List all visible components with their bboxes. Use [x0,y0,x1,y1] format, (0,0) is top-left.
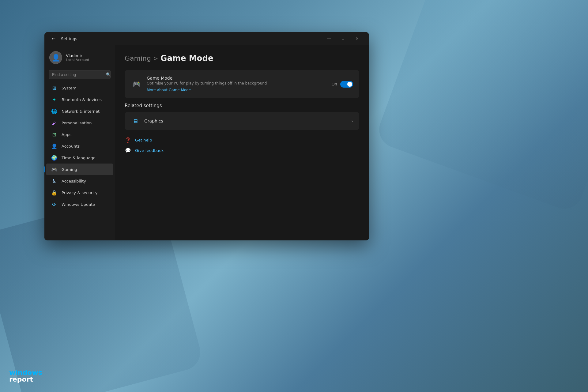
game-mode-description: Optimise your PC for play by turning thi… [147,81,327,85]
related-settings-title: Related settings [125,103,359,108]
sidebar-item-update[interactable]: ⟳ Windows Update [46,198,113,210]
title-bar: ← Settings — □ ✕ [44,32,369,45]
user-profile[interactable]: 👤 Vladimir Local Account [44,47,115,69]
graphics-icon: 🖥 [131,116,140,126]
back-button[interactable]: ← [49,34,58,43]
sidebar-item-apps-label: Apps [62,132,71,137]
sidebar-item-personalisation[interactable]: 🖌 Personalisation [46,117,113,129]
gaming-icon: 🎮 [51,166,57,172]
sidebar-item-privacy-label: Privacy & security [62,190,97,195]
sidebar-item-network-label: Network & internet [62,109,100,114]
sidebar-item-bluetooth[interactable]: ✦ Bluetooth & devices [46,94,113,105]
minimize-button[interactable]: — [322,34,336,43]
sidebar-item-personalisation-label: Personalisation [62,121,92,125]
settings-window: ← Settings — □ ✕ 👤 Vla [44,32,369,240]
apps-icon: ⊡ [51,131,57,138]
graphics-label: Graphics [144,119,347,123]
bluetooth-icon: ✦ [51,96,57,103]
main-content: Gaming > Game Mode 🎮 Game Mode Optimise … [115,45,369,240]
sidebar-item-bluetooth-label: Bluetooth & devices [62,97,102,102]
personalisation-icon: 🖌 [51,120,57,126]
sidebar-nav: ⊞ System ✦ Bluetooth & devices 🌐 Network… [44,82,115,210]
sidebar: 👤 Vladimir Local Account 🔍 ⊞ System [44,45,115,240]
sidebar-item-accessibility[interactable]: ♿ Accessibility [46,175,113,187]
breadcrumb: Gaming > Game Mode [125,54,359,63]
time-icon: 🌍 [51,155,57,161]
give-feedback-text[interactable]: Give feedback [135,148,164,153]
search-box[interactable]: 🔍 [49,70,111,79]
windows-report-logo: windows report [9,369,42,383]
privacy-icon: 🔒 [51,190,57,196]
game-mode-toggle[interactable] [340,81,353,88]
avatar: 👤 [49,51,62,64]
titlebar-controls: — □ ✕ [322,34,364,43]
help-links: ❓ Get help 💬 Give feedback [125,136,359,154]
window-title: Settings [61,36,77,41]
related-card-graphics[interactable]: 🖥 Graphics › [125,112,359,130]
game-mode-icon: 🎮 [131,79,142,90]
sidebar-item-accounts[interactable]: 👤 Accounts [46,140,113,152]
sidebar-item-network[interactable]: 🌐 Network & internet [46,105,113,117]
game-mode-card: 🎮 Game Mode Optimise your PC for play by… [125,70,359,98]
maximize-button[interactable]: □ [336,34,350,43]
sidebar-item-system[interactable]: ⊞ System [46,82,113,94]
game-mode-title: Game Mode [147,76,327,81]
system-icon: ⊞ [51,85,57,91]
sidebar-item-system-label: System [62,86,76,90]
sidebar-item-apps[interactable]: ⊡ Apps [46,129,113,140]
sidebar-item-accessibility-label: Accessibility [62,179,86,183]
get-help-text[interactable]: Get help [135,138,152,142]
sidebar-item-time[interactable]: 🌍 Time & language [46,152,113,164]
user-name: Vladimir [66,53,89,58]
search-input[interactable] [52,72,104,77]
get-help-icon: ❓ [125,137,131,143]
wr-report-text: report [9,376,42,383]
chevron-right-icon: › [351,119,353,123]
toggle-thumb [347,82,352,87]
game-mode-toggle-container: On [332,81,353,88]
update-icon: ⟳ [51,201,57,207]
search-container: 🔍 [44,69,115,82]
wr-windows-text: windows [9,369,42,376]
give-feedback-icon: 💬 [125,147,131,154]
accounts-icon: 👤 [51,143,57,149]
window-content: 👤 Vladimir Local Account 🔍 ⊞ System [44,45,369,240]
accessibility-icon: ♿ [51,178,57,184]
related-settings-section: Related settings 🖥 Graphics › [125,103,359,130]
sidebar-item-time-label: Time & language [62,156,96,160]
avatar-icon: 👤 [52,54,60,62]
sidebar-item-gaming[interactable]: 🎮 Gaming [46,164,113,175]
breadcrumb-separator: > [153,55,158,62]
toggle-label: On [332,82,337,86]
network-icon: 🌐 [51,108,57,114]
user-account-type: Local Account [66,58,89,62]
sidebar-item-update-label: Windows Update [62,202,95,207]
give-feedback-link[interactable]: 💬 Give feedback [125,146,359,154]
game-mode-link[interactable]: More about Game Mode [147,88,191,92]
sidebar-item-privacy[interactable]: 🔒 Privacy & security [46,187,113,198]
sidebar-item-accounts-label: Accounts [62,144,80,149]
get-help-link[interactable]: ❓ Get help [125,136,359,144]
breadcrumb-current: Game Mode [160,54,213,63]
close-button[interactable]: ✕ [350,34,364,43]
sidebar-item-gaming-label: Gaming [62,167,77,172]
breadcrumb-parent[interactable]: Gaming [125,55,151,62]
search-icon[interactable]: 🔍 [106,72,111,77]
